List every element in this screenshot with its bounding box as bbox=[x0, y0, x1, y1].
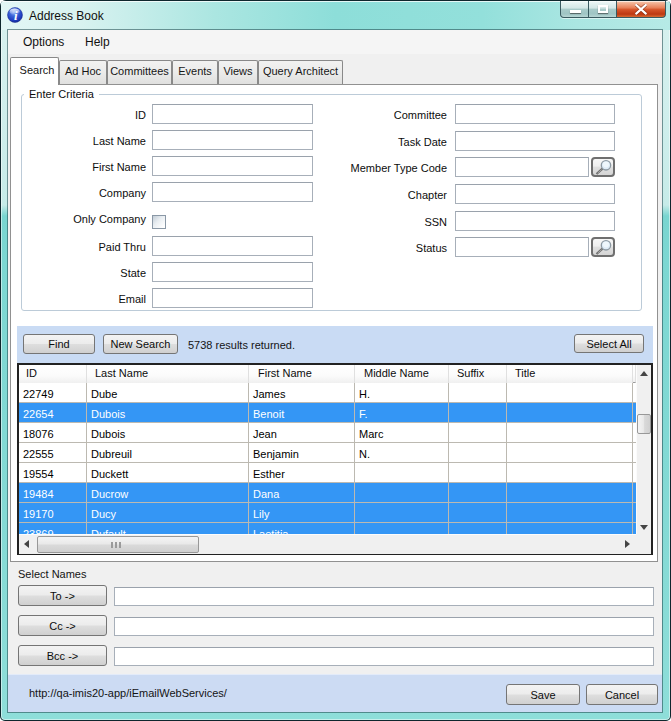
svg-text:i: i bbox=[14, 8, 18, 23]
